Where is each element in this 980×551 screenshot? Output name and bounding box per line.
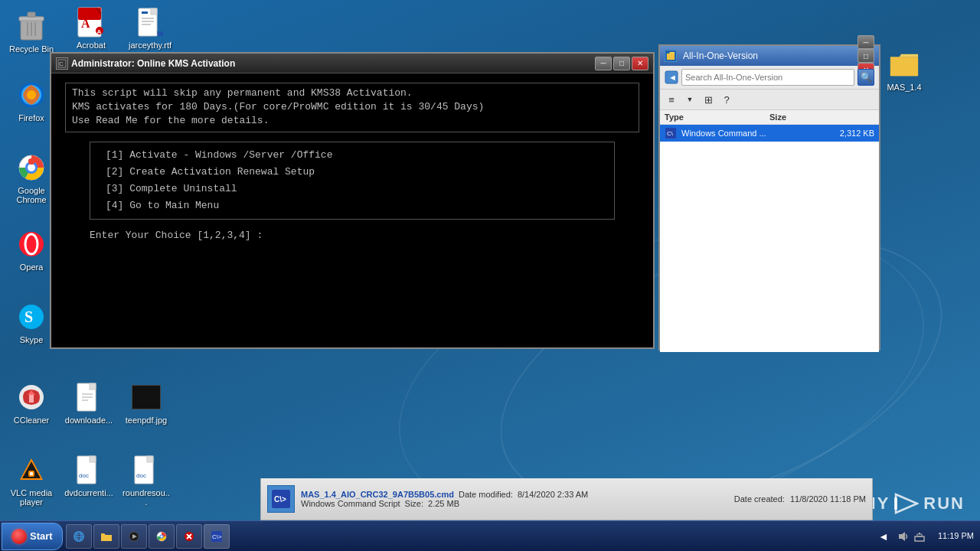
taskbar-chrome-btn[interactable] [149, 524, 175, 549]
start-orb [11, 529, 27, 544]
explorer-toolbar: ◄ 🔍 [660, 66, 879, 90]
cmd-window: C Administrator: Online KMS Activation ─… [50, 52, 655, 349]
roundresou-icon[interactable]: doc roundresou... [119, 452, 174, 510]
acrobat-icon[interactable]: A A Acrobat [64, 4, 119, 53]
cmd-line-3: Use Read Me for the more details. [72, 114, 632, 128]
svg-text:A: A [81, 17, 90, 30]
explorer-window: All-In-One-Version ─ □ ✕ ◄ 🔍 ≡ ▼ ⊞ ? [658, 44, 880, 350]
explorer-file-row[interactable]: C\ Windows Command ... 2,312 KB [660, 125, 879, 142]
teenpdf-icon[interactable]: teenpdf.jpg [119, 379, 174, 428]
cmd-taskbar-icon: C\> [211, 530, 223, 543]
taskbar-folder-btn[interactable] [93, 524, 119, 549]
explorer-content: Type Size C\ Windows Command ... 2,312 K… [660, 110, 879, 352]
taskbar-ie-btn[interactable] [66, 524, 92, 549]
svg-text:doc: doc [136, 472, 146, 479]
svg-marker-62 [896, 494, 917, 513]
cmd-title-icon: C [56, 57, 68, 70]
recycle-bin-icon[interactable]: Recycle Bin [4, 8, 59, 57]
google-chrome-label: Google Chrome [7, 186, 56, 204]
cmd-file-icon: C\ [665, 127, 677, 139]
svg-rect-82 [919, 533, 920, 534]
help-btn[interactable]: ? [718, 91, 735, 108]
taskbar-avast-btn[interactable] [176, 524, 202, 549]
explorer-minimize-btn[interactable]: ─ [858, 35, 874, 49]
svg-rect-14 [151, 8, 157, 15]
svg-point-27 [28, 158, 34, 165]
ccleaner-label: CCleaner [14, 416, 49, 425]
desktop: Recycle Bin A A Acrobat [0, 0, 980, 551]
view-options-btn[interactable]: ⊞ [700, 91, 717, 108]
acrobat-label: Acrobat [77, 41, 106, 50]
cmd-maximize-btn[interactable]: □ [613, 57, 630, 70]
cmd-menu-item4: [4] Go to Main Menu [106, 199, 599, 213]
cmd-menu-item3: [3] Complete Uninstall [106, 182, 599, 196]
mas-folder-label: MAS_1.4 [887, 83, 921, 92]
ie-icon [73, 530, 85, 543]
col-size-header: Size [769, 112, 874, 122]
svg-text:C\>: C\> [212, 533, 222, 540]
list-view-btn[interactable]: ≡ [663, 91, 680, 108]
cmd-line-1: This script will skip any permanent and … [72, 86, 632, 100]
anyrun-text2: RUN [923, 494, 965, 514]
svg-rect-55 [667, 54, 675, 60]
svg-rect-80 [915, 536, 924, 541]
jarceythy-label: jarceythy.rtf [129, 41, 172, 50]
recycle-bin-label: Recycle Bin [9, 44, 54, 54]
jarceythy-icon[interactable]: W jarceythy.rtf [122, 4, 178, 53]
cmd-title-text: Administrator: Online KMS Activation [71, 58, 592, 69]
dvdcurrent-icon[interactable]: doc dvdcurrenti... [61, 452, 116, 500]
explorer-tools: ≡ ▼ ⊞ ? [660, 90, 879, 110]
bottom-bar-date-modified-label: Date modified: [459, 490, 513, 499]
ccleaner-icon[interactable]: CCleaner [4, 379, 59, 428]
downloaded-label: downloade... [65, 416, 113, 425]
cmd-prompt[interactable]: Enter Your Choice [1,2,3,4] : [59, 229, 645, 243]
cmd-body: This script will skip any permanent and … [51, 73, 653, 347]
svg-text:doc: doc [79, 472, 89, 479]
explorer-search-input[interactable] [681, 69, 854, 86]
cmd-menu-item2: [2] Create Activation Renewal Setup [106, 165, 599, 179]
taskbar-media-btn[interactable] [121, 524, 147, 549]
svg-rect-33 [29, 395, 34, 403]
explorer-file-size: 2,312 KB [840, 129, 874, 138]
skype-label: Skype [20, 335, 44, 344]
svg-rect-2 [28, 12, 35, 17]
cmd-close-btn[interactable]: ✕ [632, 57, 648, 70]
svg-rect-15 [142, 11, 148, 14]
svg-rect-81 [917, 534, 922, 536]
cmd-minimize-btn[interactable]: ─ [595, 57, 612, 70]
explorer-search-btn[interactable]: 🔍 [858, 69, 874, 86]
folder-taskbar-icon [100, 530, 113, 543]
systray-arrow[interactable]: ◄ [875, 530, 892, 543]
bottom-bar-date-modified: 8/14/2020 2:33 AM [518, 490, 588, 499]
view-dropdown-btn[interactable]: ▼ [681, 91, 698, 108]
start-button[interactable]: Start [2, 523, 63, 550]
bottom-bar-size: 2.25 MB [428, 499, 459, 508]
svg-text:A: A [97, 28, 102, 35]
svg-rect-50 [147, 456, 153, 462]
network-icon [913, 530, 926, 543]
svg-marker-79 [899, 532, 905, 541]
back-icon[interactable]: ◄ [665, 70, 678, 84]
svg-text:S: S [24, 308, 33, 325]
firefox-label: Firefox [18, 113, 44, 122]
vlc-icon[interactable]: VLC media player [4, 452, 59, 510]
svg-point-22 [27, 90, 36, 99]
bottom-bar-size-label: Size: [405, 499, 423, 508]
clock-time: 11:19 PM [938, 530, 974, 541]
explorer-title-text: All-In-One-Version [680, 51, 854, 61]
explorer-maximize-btn[interactable]: □ [858, 49, 874, 63]
cmd-menu-item1: [1] Activate - Windows /Server /Office [106, 148, 599, 162]
taskbar-cmd-btn[interactable]: C\> [204, 524, 230, 549]
svg-point-73 [160, 535, 162, 537]
start-label: Start [30, 530, 53, 542]
mas-folder-icon[interactable]: MAS_1.4 [877, 46, 932, 95]
explorer-titlebar: All-In-One-Version ─ □ ✕ [660, 46, 879, 66]
cmd-line-2: KMS activates for 180 Days.(For core/Pro… [72, 100, 632, 114]
svg-text:C\: C\ [667, 130, 674, 137]
roundresou-label: roundresou... [122, 488, 171, 507]
bottom-bar-file-icon: C\> [267, 485, 295, 513]
downloaded-icon[interactable]: downloade... [61, 379, 116, 428]
svg-text:C\>: C\> [274, 495, 286, 504]
taskbar-items: C\> [63, 524, 869, 549]
vlc-label: VLC media player [7, 488, 56, 507]
